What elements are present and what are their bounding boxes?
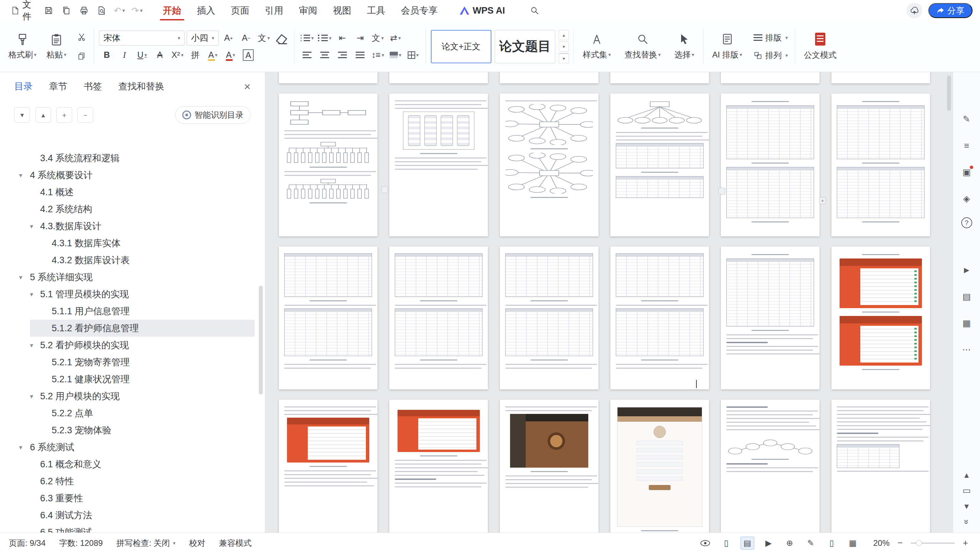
bullet-list-button[interactable]: ▾ bbox=[299, 30, 315, 46]
doc-mode-button[interactable]: 公文模式 bbox=[797, 24, 843, 69]
style-gallery-more-button[interactable]: ▾ bbox=[559, 53, 569, 63]
find-icon[interactable] bbox=[94, 3, 110, 18]
toc-expand-icon[interactable]: ▾ bbox=[19, 443, 22, 451]
page-thumbnail[interactable] bbox=[279, 94, 377, 236]
signature-icon[interactable]: ▤ bbox=[959, 289, 975, 304]
tab-page[interactable]: 页面 bbox=[223, 0, 257, 21]
toc-item[interactable]: 3.4 系统流程和逻辑 bbox=[0, 150, 265, 167]
toc-zoom-in-button[interactable]: ＋ bbox=[56, 107, 72, 123]
toc-item[interactable]: ▾4.3.数据库设计 bbox=[0, 218, 265, 235]
align-center-button[interactable] bbox=[317, 48, 332, 62]
toc-expand-icon[interactable]: ▾ bbox=[30, 222, 33, 230]
toc-item[interactable]: 4.3.1 数据库实体 bbox=[0, 235, 265, 252]
style-card-title[interactable]: 论文题目 bbox=[495, 30, 555, 63]
print-icon[interactable] bbox=[76, 3, 92, 18]
ai-layout-button[interactable]: AI 排版▾ bbox=[706, 24, 749, 69]
chinese-layout-button[interactable]: 文▾ bbox=[370, 30, 386, 46]
style-gallery-down-button[interactable]: ▾ bbox=[559, 41, 569, 52]
toc-item[interactable]: 6.3 重要性 bbox=[0, 490, 265, 507]
tab-member[interactable]: 会员专享 bbox=[393, 0, 445, 21]
select-button[interactable]: 选择▾ bbox=[668, 24, 701, 69]
toc-item[interactable]: ▾5 系统详细实现 bbox=[0, 269, 265, 286]
smart-toc-button[interactable]: 智能识别目录 bbox=[175, 106, 251, 124]
more-icon[interactable]: ⋯ bbox=[959, 342, 975, 357]
stamp-icon[interactable]: ◈ bbox=[959, 191, 975, 206]
sidebar-tab-toc[interactable]: 目录 bbox=[14, 80, 33, 92]
style-card-body-text[interactable]: 论文+正文 bbox=[431, 30, 492, 63]
page-view-icon[interactable]: ▤ bbox=[741, 537, 754, 550]
compat-mode-indicator[interactable]: 兼容模式 bbox=[219, 538, 251, 548]
page-thumbnail[interactable] bbox=[389, 72, 488, 83]
page-thumbnail[interactable] bbox=[500, 400, 598, 532]
page-thumbnail[interactable] bbox=[721, 94, 819, 236]
zoom-in-button[interactable]: + bbox=[959, 537, 971, 549]
toc-expand-icon[interactable]: ▾ bbox=[19, 273, 22, 281]
page-thumbnail[interactable] bbox=[831, 247, 930, 389]
scroll-up-icon[interactable]: ▴ bbox=[959, 469, 975, 481]
text-direction-button[interactable]: ⇄▾ bbox=[388, 30, 403, 46]
spellcheck-toggle[interactable]: 拼写检查: 关闭▾ bbox=[116, 538, 175, 548]
page-thumbnail[interactable] bbox=[831, 400, 930, 532]
toc-expand-all-button[interactable]: ▾ bbox=[14, 107, 30, 123]
select-cursor-icon[interactable]: ► bbox=[959, 262, 975, 278]
page-indicator-icon[interactable]: ▭ bbox=[959, 484, 975, 497]
highlight-button[interactable]: A▾ bbox=[205, 48, 221, 62]
web-view-icon[interactable]: ⊕ bbox=[783, 537, 796, 550]
shading-button[interactable]: ▾ bbox=[388, 48, 403, 62]
page-thumbnail[interactable] bbox=[721, 72, 819, 83]
tab-insert[interactable]: 插入 bbox=[189, 0, 223, 21]
toc-item[interactable]: 6.4 测试方法 bbox=[0, 507, 265, 524]
toc-item[interactable]: ▾5.2 看护师模块的实现 bbox=[0, 337, 265, 354]
page-thumbnail[interactable] bbox=[500, 247, 598, 389]
shrink-font-button[interactable]: A− bbox=[239, 30, 254, 46]
pinyin-guide-button[interactable]: 拼 bbox=[187, 48, 203, 62]
toc-item[interactable]: ▾5.2 用户模块的实现 bbox=[0, 388, 265, 405]
page-thumbnail[interactable] bbox=[500, 94, 598, 236]
next-page-icon[interactable]: » bbox=[959, 516, 975, 528]
page-thumbnail[interactable] bbox=[831, 72, 930, 83]
cloud-upload-icon[interactable] bbox=[907, 3, 922, 18]
page-thumbnail[interactable] bbox=[279, 247, 377, 389]
undo-button[interactable]: ↶▾ bbox=[111, 3, 127, 18]
strikethrough-button[interactable]: A bbox=[152, 48, 168, 62]
insert-marker[interactable]: + bbox=[819, 197, 826, 204]
toc-item[interactable]: 4.2 系统结构 bbox=[0, 201, 265, 218]
toc-expand-icon[interactable]: ▾ bbox=[30, 290, 33, 298]
underline-button[interactable]: U▾ bbox=[134, 48, 150, 62]
toc-item[interactable]: ▾6 系统测试 bbox=[0, 439, 265, 456]
justify-button[interactable] bbox=[352, 48, 368, 62]
borders-button[interactable]: ▾ bbox=[405, 48, 421, 62]
page-thumbnail[interactable] bbox=[610, 94, 709, 236]
sidebar-tab-chapter[interactable]: 章节 bbox=[49, 80, 67, 92]
tab-view[interactable]: 视图 bbox=[325, 0, 359, 21]
zoom-slider[interactable] bbox=[911, 542, 955, 544]
align-left-button[interactable] bbox=[299, 48, 315, 62]
single-page-icon[interactable]: ▯ bbox=[825, 537, 838, 550]
style-gallery-up-button[interactable]: ▴ bbox=[559, 30, 569, 40]
layout-button[interactable]: 排版▾ bbox=[754, 32, 788, 43]
print-preview-icon[interactable] bbox=[59, 3, 74, 18]
object-anchor-marker[interactable] bbox=[719, 188, 725, 194]
tab-reference[interactable]: 引用 bbox=[257, 0, 291, 21]
toc-expand-icon[interactable]: ▾ bbox=[30, 392, 33, 400]
bold-button[interactable]: B bbox=[99, 48, 115, 62]
zoom-out-button[interactable]: − bbox=[894, 537, 906, 549]
page-indicator[interactable]: 页面: 9/34 bbox=[9, 538, 46, 548]
decrease-indent-button[interactable]: ⇤ bbox=[335, 30, 350, 46]
line-spacing-button[interactable]: ↕≡▾ bbox=[370, 48, 386, 62]
toc-zoom-out-button[interactable]: － bbox=[78, 107, 93, 123]
canvas-scrollbar[interactable] bbox=[947, 75, 951, 111]
pen-tool-icon[interactable]: ✎ bbox=[959, 111, 975, 127]
toc-item[interactable]: 6.2 特性 bbox=[0, 473, 265, 490]
increase-indent-button[interactable]: ⇥ bbox=[352, 30, 368, 46]
page-thumbnail[interactable] bbox=[279, 72, 377, 83]
toc-item[interactable]: 5.2.2 点单 bbox=[0, 405, 265, 422]
page-thumbnail[interactable] bbox=[389, 94, 488, 236]
sidebar-tab-bookmark[interactable]: 书签 bbox=[84, 80, 102, 92]
align-right-button[interactable] bbox=[335, 48, 350, 62]
components-icon[interactable]: ▦ bbox=[959, 315, 975, 331]
format-painter-button[interactable]: 格式刷▾ bbox=[6, 25, 39, 69]
eye-protect-icon[interactable] bbox=[698, 537, 712, 550]
tab-review[interactable]: 审阅 bbox=[291, 0, 325, 21]
wps-ai-button[interactable]: WPS AI bbox=[460, 5, 505, 16]
